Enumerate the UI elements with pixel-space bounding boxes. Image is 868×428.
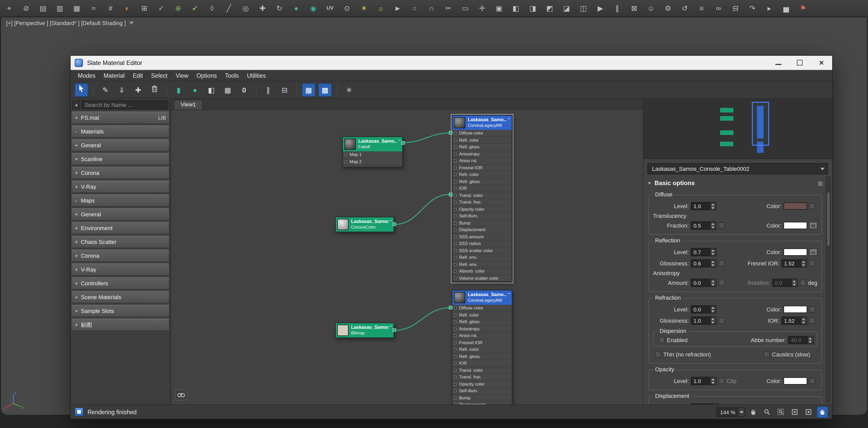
node-port[interactable]: Anisotropy (453, 151, 512, 158)
thin-no-refraction-checkbox[interactable] (655, 351, 661, 357)
opacity-color-swatch[interactable] (783, 377, 807, 385)
port-socket-icon[interactable] (454, 146, 457, 148)
port-socket-icon[interactable] (454, 390, 457, 392)
node-corona-legacy-mtl-1[interactable]: Laskasas_Samo... CoronaLegacyMtl − Diffu… (452, 115, 512, 282)
port-socket-icon[interactable] (454, 215, 457, 217)
curve-editor[interactable]: ≈ (88, 2, 100, 14)
camera-right[interactable]: ◪ (560, 2, 573, 14)
node-coronacolor[interactable]: Laskasas_Samos_C... CoronaColor − (335, 217, 394, 232)
collapse-node-icon[interactable]: − (507, 116, 510, 121)
port-socket-icon[interactable] (454, 229, 457, 231)
node-port[interactable]: Refr. color (453, 346, 512, 353)
translucency-color-swatch[interactable] (783, 222, 807, 229)
layer-explorer[interactable]: ▥ (54, 2, 66, 14)
spinner-arrows-icon[interactable] (792, 279, 798, 287)
node-port[interactable]: Volume scatter color (453, 275, 512, 282)
refraction-level-spinner[interactable]: 0.0 (691, 305, 716, 314)
browser-header-materials[interactable]: - Materials (72, 125, 169, 137)
node-port[interactable]: Opacity color (453, 206, 512, 213)
port-socket-icon[interactable] (454, 403, 457, 404)
camera-top[interactable]: ◧ (510, 2, 522, 14)
uv-editor[interactable]: UV (324, 2, 336, 14)
node-port[interactable]: Anisotropy (453, 326, 512, 332)
collapse-node-icon[interactable]: − (507, 291, 510, 296)
node-port[interactable]: Aniso rot. (453, 158, 512, 164)
node-header[interactable]: Laskasas_Samos_... Bitmap − (336, 323, 394, 337)
show-realistic-material-in-viewport-icon[interactable]: ● (188, 83, 202, 96)
fresnel-ior-spinner[interactable]: 1.52 (781, 259, 807, 267)
spinner-arrows-icon[interactable] (710, 305, 716, 314)
tab-view1[interactable]: View1 (174, 100, 203, 109)
unlink-selection[interactable]: ⊘ (20, 2, 32, 14)
redo-arrow[interactable]: ↷ (746, 2, 758, 14)
anisotropy-amount-checkbox[interactable] (718, 280, 725, 286)
pick-target[interactable]: ◎ (240, 2, 252, 14)
port-socket-icon[interactable] (454, 397, 457, 399)
minimize-icon[interactable] (775, 60, 781, 65)
capsule-tool[interactable]: ▭ (459, 2, 471, 14)
port-socket-icon[interactable] (454, 166, 457, 169)
node-port[interactable]: Fresnel IOR (453, 164, 512, 171)
opacity-color-checkbox[interactable] (809, 378, 815, 384)
refresh-sync[interactable]: ↺ (679, 2, 691, 14)
node-bitmap[interactable]: Laskasas_Samos_... Bitmap − (335, 323, 394, 338)
displacement-min-spinner[interactable]: 0.0mm (691, 403, 718, 404)
abbe-number-spinner[interactable]: 40.0 (788, 336, 814, 344)
node-corona-legacy-mtl-2[interactable]: Laskasas_Samo... CoronaLegacyMtl − Diffu… (452, 290, 512, 404)
refraction-color-checkbox[interactable] (809, 306, 815, 312)
connection-socket[interactable] (449, 193, 453, 196)
select-and-link[interactable]: ⌖ (3, 2, 16, 14)
expand-icon[interactable]: + (75, 322, 81, 328)
node-port[interactable]: SSS radius (453, 240, 512, 247)
collapse-node-icon[interactable]: − (389, 324, 392, 329)
node-port[interactable]: Refr. gloss. (453, 178, 512, 185)
port-socket-icon[interactable] (454, 208, 457, 210)
zoom-icon[interactable] (762, 406, 773, 418)
port-socket-icon[interactable] (454, 341, 457, 344)
search-input[interactable] (82, 100, 168, 109)
port-socket-icon[interactable] (454, 256, 457, 259)
diffuse-color-swatch[interactable] (783, 202, 807, 210)
put-material-to-library-icon[interactable]: ⇓ (115, 83, 128, 96)
add-object[interactable]: ⊕ (172, 2, 184, 14)
port-socket-icon[interactable] (344, 160, 347, 163)
sunlight[interactable]: ☀ (358, 2, 370, 14)
node-port[interactable]: IOR (453, 185, 512, 192)
material-id-channel-icon[interactable]: 0 (238, 83, 251, 96)
shaded-sphere[interactable]: ● (290, 2, 303, 14)
port-socket-icon[interactable] (454, 173, 457, 176)
menu-select[interactable]: Select (147, 72, 172, 78)
connection-socket[interactable] (393, 223, 396, 226)
fresnel-ior-checkbox[interactable] (809, 260, 815, 266)
layout-children-icon[interactable]: ⊟ (278, 83, 291, 96)
statistics-chart[interactable]: ▅ (780, 2, 792, 14)
walkthrough[interactable]: ► (392, 2, 404, 14)
spinner-arrows-icon[interactable] (710, 279, 716, 287)
expand-icon[interactable]: + (75, 294, 81, 300)
port-socket-icon[interactable] (454, 362, 457, 365)
binoculars-icon[interactable] (175, 389, 187, 400)
refraction-glossiness-spinner[interactable]: 1.0 (691, 317, 716, 325)
node-port[interactable]: Diffuse color (453, 305, 512, 312)
menu-utilities[interactable]: Utilities (243, 72, 270, 78)
maximize-icon[interactable] (797, 60, 803, 65)
opacity-level-spinner[interactable]: 1.0 (691, 377, 716, 385)
anisotropy-rotation-checkbox[interactable] (800, 280, 806, 286)
menu-material[interactable]: Material (99, 72, 129, 78)
window-titlebar[interactable]: Slate Material Editor × (71, 56, 832, 70)
port-socket-icon[interactable] (344, 154, 347, 156)
port-socket-icon[interactable] (454, 369, 457, 371)
expand-icon[interactable]: + (75, 156, 81, 162)
node-port[interactable]: Transl. color (453, 367, 512, 374)
navigator-view-frame[interactable] (752, 102, 769, 146)
reflection-glossiness-spinner[interactable]: 0.6 (691, 259, 716, 267)
eyedropper-tool[interactable]: ╱ (223, 2, 235, 14)
crop-tool[interactable]: ⊟ (729, 2, 742, 14)
connection-socket[interactable] (449, 306, 453, 309)
preview-large-icon[interactable]: ▩ (318, 83, 332, 96)
port-socket-icon[interactable] (454, 314, 457, 316)
collapse-node-icon[interactable]: − (398, 137, 401, 143)
connection-socket[interactable] (401, 141, 405, 145)
camera-user[interactable]: ◫ (577, 2, 590, 14)
browser-item-maps-vray[interactable]: + V-Ray (72, 263, 169, 275)
